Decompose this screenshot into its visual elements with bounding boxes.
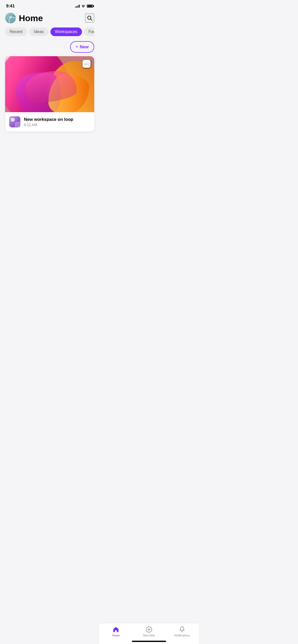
card-more-button[interactable]: ··· bbox=[82, 59, 91, 68]
status-time: 9:41 bbox=[6, 4, 15, 9]
card-footer: New workspace on loop 8:12 AM bbox=[5, 112, 94, 131]
new-btn-row: + New bbox=[5, 41, 94, 53]
status-icons bbox=[75, 5, 93, 8]
header-left: S Home bbox=[5, 13, 43, 23]
tab-ideas[interactable]: Ideas bbox=[29, 27, 48, 36]
workspace-card[interactable]: ··· New workspace on loop 8:12 AM bbox=[5, 56, 94, 131]
wifi-icon bbox=[81, 5, 85, 8]
card-title: New workspace on loop bbox=[24, 117, 90, 122]
search-button[interactable] bbox=[85, 13, 94, 23]
card-image-bg bbox=[5, 56, 94, 112]
tabs-container: Recent Ideas Workspaces Favourites bbox=[0, 27, 99, 41]
tab-recent[interactable]: Recent bbox=[5, 27, 27, 36]
workspace-icon-circle bbox=[11, 118, 15, 122]
card-image: ··· bbox=[5, 56, 94, 112]
tab-favourites[interactable]: Favourites bbox=[84, 27, 94, 36]
workspace-icon-inner bbox=[15, 122, 20, 127]
tabs: Recent Ideas Workspaces Favourites bbox=[5, 27, 94, 36]
battery-icon bbox=[87, 5, 93, 8]
workspace-icon bbox=[9, 116, 20, 127]
signal-icon bbox=[75, 5, 80, 8]
avatar-inner bbox=[9, 17, 16, 23]
main-content: + New ··· New workspace on loop 8:12 AM bbox=[0, 41, 99, 131]
avatar[interactable]: S bbox=[5, 13, 16, 23]
search-icon bbox=[87, 15, 93, 21]
new-button[interactable]: + New bbox=[70, 41, 94, 53]
status-bar: 9:41 bbox=[0, 0, 99, 11]
plus-icon: + bbox=[76, 44, 78, 50]
header: S Home bbox=[0, 11, 99, 27]
tab-workspaces[interactable]: Workspaces bbox=[50, 27, 82, 36]
card-info: New workspace on loop 8:12 AM bbox=[24, 117, 90, 127]
svg-line-1 bbox=[91, 19, 92, 21]
card-time: 8:12 AM bbox=[24, 123, 90, 127]
new-button-label: New bbox=[80, 45, 89, 50]
page-title: Home bbox=[19, 13, 43, 23]
